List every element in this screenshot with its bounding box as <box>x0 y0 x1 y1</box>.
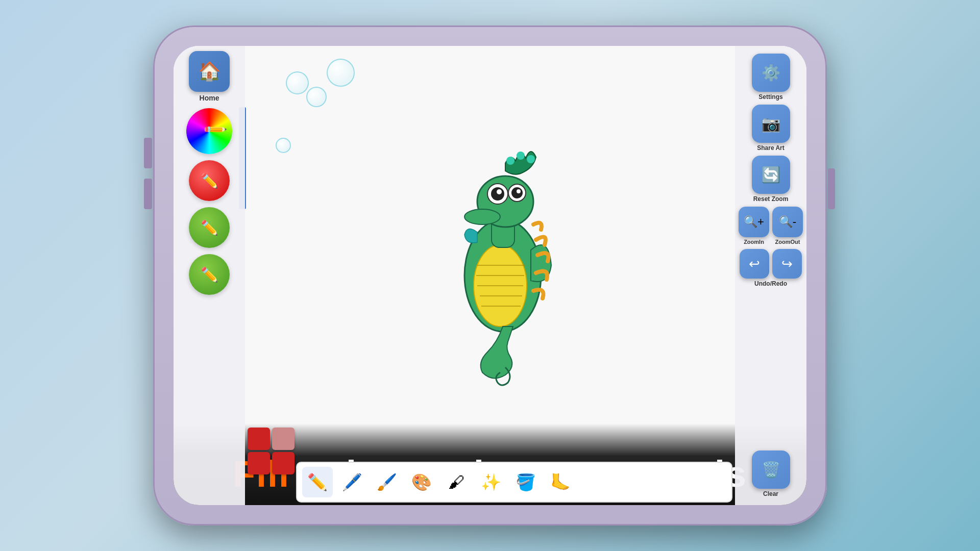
seahorse-illustration <box>276 56 730 454</box>
stamps-tool[interactable]: 🦶 <box>545 467 576 497</box>
home-icon: 🏠 <box>198 61 221 82</box>
undo-redo-btns: ↩ ↪ <box>740 249 802 279</box>
bubble-3 <box>286 71 309 94</box>
svg-point-12 <box>497 189 502 194</box>
volume-down-button[interactable] <box>144 179 152 209</box>
red-tool-button[interactable]: ✏️ <box>189 160 230 201</box>
home-button[interactable]: 🏠 Home <box>189 51 230 102</box>
power-button[interactable] <box>828 168 835 209</box>
pencil-green-icon-2: ✏️ <box>201 266 218 283</box>
reset-zoom-button[interactable]: 🔄 Reset Zoom <box>752 156 790 203</box>
right-sidebar: ⚙️ Settings 📷 Share Art 🔄 Reset Zoom <box>735 46 806 505</box>
zoom-out-icon: 🔍- <box>779 215 796 229</box>
clear-label: Clear <box>763 490 778 497</box>
pencil-green-icon-1: ✏️ <box>201 219 218 236</box>
phone-frame: 🏠 Home ✏️ ✏️ ✏️ <box>153 26 827 525</box>
zoom-out-icon-bg: 🔍- <box>772 207 803 237</box>
svg-point-16 <box>506 157 514 165</box>
clear-icon-bg: 🗑️ <box>752 450 790 489</box>
zoom-in-label: ZoomIn <box>744 239 764 245</box>
settings-icon-bg: ⚙️ <box>752 54 790 92</box>
glitter-icon: ✨ <box>481 472 501 492</box>
green-tool-button-1[interactable]: ✏️ <box>189 207 230 248</box>
glitter-tool[interactable]: ✨ <box>476 467 506 497</box>
zoom-out-label: ZoomOut <box>775 239 800 245</box>
redo-icon: ↪ <box>781 256 793 272</box>
paint-bucket-tool[interactable]: 🪣 <box>510 467 541 497</box>
pencil-tool[interactable]: ✏️ <box>302 467 333 497</box>
color-cell-red-dark[interactable] <box>248 428 270 450</box>
reset-zoom-icon-bg: 🔄 <box>752 156 790 194</box>
crayon-tool[interactable]: 🖊️ <box>337 467 368 497</box>
bubble-2 <box>306 87 327 107</box>
share-art-icon-bg: 📷 <box>752 105 790 143</box>
undo-icon: ↩ <box>749 256 760 272</box>
share-art-label: Share Art <box>757 144 785 152</box>
stamps-icon: 🦶 <box>550 472 571 492</box>
share-art-button[interactable]: 📷 Share Art <box>752 105 790 152</box>
settings-label: Settings <box>758 93 782 101</box>
clear-button[interactable]: 🗑️ Clear <box>752 450 790 497</box>
thin-brush-icon: 🖌️ <box>377 472 397 492</box>
zoom-in-button[interactable]: 🔍+ ZoomIn <box>739 207 769 245</box>
zoom-out-button[interactable]: 🔍- ZoomOut <box>772 207 803 245</box>
color-grid <box>248 428 295 474</box>
reset-zoom-label: Reset Zoom <box>753 195 789 203</box>
pencil-red-icon: ✏️ <box>201 172 218 189</box>
home-icon-bg: 🏠 <box>189 51 230 92</box>
settings-button[interactable]: ⚙️ Settings <box>752 54 790 101</box>
seahorse-svg <box>426 122 579 388</box>
undo-redo-label: Undo/Redo <box>754 280 787 287</box>
left-sidebar: 🏠 Home ✏️ ✏️ ✏️ <box>174 46 245 505</box>
roller-tool[interactable]: 🖌 <box>441 467 472 497</box>
bubble-4 <box>276 138 291 153</box>
tools-bar: ✏️ 🖊️ 🖌️ 🎨 🖌 ✨ 🪣 🦶 <box>296 462 732 503</box>
svg-point-9 <box>464 209 500 224</box>
redo-button[interactable]: ↪ <box>772 249 802 279</box>
zoom-row: 🔍+ ZoomIn 🔍- ZoomOut <box>739 207 803 245</box>
zoom-in-icon-bg: 🔍+ <box>739 207 769 237</box>
paint-bucket-icon: 🪣 <box>516 472 536 492</box>
svg-point-15 <box>517 189 521 193</box>
svg-point-14 <box>511 187 523 198</box>
svg-point-18 <box>527 155 535 163</box>
wide-brush-icon: 🎨 <box>411 472 432 492</box>
green-tool-button-2[interactable]: ✏️ <box>189 254 230 295</box>
reset-zoom-icon: 🔄 <box>762 166 780 184</box>
color-cell-red-3[interactable] <box>272 452 295 474</box>
pencil-icon: ✏️ <box>307 472 328 492</box>
color-cell-red-light[interactable] <box>272 428 295 450</box>
bubble-1 <box>327 59 355 87</box>
zoom-in-icon: 🔍+ <box>744 215 764 229</box>
undo-redo-group: ↩ ↪ Undo/Redo <box>740 249 802 287</box>
roller-icon: 🖌 <box>448 473 464 492</box>
color-wheel[interactable] <box>186 108 232 154</box>
svg-point-17 <box>517 152 525 160</box>
trash-icon: 🗑️ <box>762 461 780 479</box>
undo-button[interactable]: ↩ <box>740 249 769 279</box>
wide-brush-tool[interactable]: 🎨 <box>406 467 437 497</box>
thin-brush-tool[interactable]: 🖌️ <box>372 467 402 497</box>
color-cell-red-2[interactable] <box>248 452 270 474</box>
home-label: Home <box>200 94 219 102</box>
volume-up-button[interactable] <box>144 138 152 168</box>
settings-icon: ⚙️ <box>762 64 780 82</box>
camera-icon: 📷 <box>762 115 780 133</box>
screen: 🏠 Home ✏️ ✏️ ✏️ <box>174 46 806 505</box>
crayon-icon: 🖊️ <box>342 472 362 492</box>
